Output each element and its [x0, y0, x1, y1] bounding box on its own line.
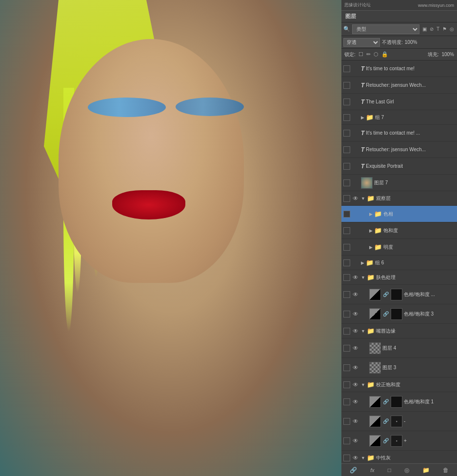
layer-checkbox[interactable] [343, 274, 350, 281]
eye-toggle[interactable]: 👁 [352, 274, 359, 281]
eye-toggle[interactable]: 👁 [352, 364, 359, 372]
layer-checkbox[interactable] [343, 163, 350, 170]
layer-checkbox[interactable] [343, 82, 350, 89]
layer-checkbox[interactable] [343, 381, 350, 388]
eye-toggle[interactable] [352, 243, 359, 251]
group-arrow-icon[interactable]: ▶ [361, 260, 364, 265]
layer-row[interactable]: 👁 图层 3 [341, 358, 457, 377]
layer-row[interactable]: T It's time to contact me! ... [341, 125, 457, 141]
filter-adjustment-icon[interactable]: ⊘ [429, 25, 435, 33]
layer-checkbox[interactable] [343, 195, 350, 202]
layer-row[interactable]: T Retoucher: jsensun Wech... [341, 141, 457, 158]
layer-row[interactable]: 👁 ▼ 📁 肤色处理 [341, 270, 457, 285]
layer-row[interactable]: 👁 ▼ 📁 嘴唇边缘 [341, 324, 457, 338]
layer-row[interactable]: 👁 ▼ 📁 校正饱和度 [341, 377, 457, 392]
layer-row[interactable]: 👁 🔗 色相/饱和度 ... [341, 285, 457, 304]
eye-toggle[interactable] [352, 81, 359, 89]
layer-row[interactable]: 👁 图层 4 [341, 338, 457, 358]
link-layers-button[interactable]: 🔗 [348, 466, 359, 475]
eye-toggle[interactable] [352, 146, 359, 154]
eye-toggle[interactable] [352, 98, 359, 106]
layer-row[interactable]: 👁 🔗 色相/饱和度 1 [341, 392, 457, 412]
layer-checkbox[interactable] [343, 437, 350, 444]
layer-checkbox[interactable] [343, 398, 350, 405]
layer-checkbox[interactable] [343, 364, 350, 371]
group-arrow-icon[interactable]: ▼ [361, 196, 365, 201]
layer-name: 观察层 [376, 195, 455, 202]
eye-toggle[interactable] [352, 114, 359, 121]
eye-toggle[interactable]: 👁 [352, 398, 359, 406]
layer-row[interactable]: T Exquisite Portrait [341, 158, 457, 175]
eye-toggle[interactable]: 👁 [352, 344, 359, 352]
layer-row[interactable]: 👁 🔗 ▪ + [341, 431, 457, 451]
eye-toggle[interactable]: 👁 [352, 310, 359, 318]
layer-row[interactable]: 👁 🔗 ▪ - [341, 412, 457, 431]
layer-checkbox[interactable] [343, 455, 350, 461]
group-arrow-icon[interactable]: ▶ [369, 212, 373, 217]
layer-checkbox[interactable] [343, 146, 350, 153]
layer-row[interactable]: ▶ 📁 饱和度 [341, 222, 457, 239]
layer-row[interactable]: ▶ 📁 组 7 [341, 110, 457, 125]
layer-checkbox[interactable] [343, 291, 350, 298]
layer-row[interactable]: T It's time to contact me! [341, 60, 457, 77]
filter-pixel-icon[interactable]: ▣ [421, 25, 428, 33]
layer-row[interactable]: 👁 ▼ 📁 观察层 [341, 191, 457, 206]
add-adjustment-button[interactable]: ◎ [402, 466, 411, 475]
eye-toggle[interactable] [352, 227, 359, 235]
layer-checkbox[interactable] [343, 65, 350, 72]
layer-checkbox[interactable] [343, 311, 350, 317]
layer-checkbox[interactable] [343, 99, 350, 105]
eye-toggle[interactable] [352, 179, 359, 187]
layer-checkbox[interactable] [343, 227, 350, 234]
layer-checkbox[interactable] [343, 328, 350, 335]
eye-toggle[interactable]: 👁 [352, 195, 359, 202]
group-arrow-icon[interactable]: ▼ [361, 456, 365, 460]
layer-checkbox[interactable] [343, 114, 350, 121]
layer-checkbox[interactable] [343, 244, 350, 251]
group-arrow-icon[interactable]: ▼ [361, 329, 365, 334]
blend-mode-dropdown[interactable]: 穿透 正常 溶解 [343, 38, 380, 47]
layer-checkbox[interactable] [343, 259, 350, 266]
eye-toggle[interactable]: 👁 [352, 381, 359, 389]
delete-layer-button[interactable]: 🗑 [441, 466, 451, 475]
eye-toggle[interactable] [352, 129, 359, 137]
filter-shape-icon[interactable]: ⚑ [441, 25, 448, 33]
eye-toggle[interactable] [352, 210, 359, 218]
eye-toggle[interactable]: 👁 [352, 327, 359, 335]
eye-toggle[interactable]: 👁 [352, 291, 359, 298]
layer-checkbox[interactable] [343, 130, 350, 137]
layer-row[interactable]: T Retoucher: jsensun Wech... [341, 77, 457, 94]
eye-toggle[interactable] [352, 259, 359, 267]
eye-toggle[interactable]: 👁 [352, 417, 359, 425]
filter-smart-icon[interactable]: ◎ [449, 25, 455, 33]
layer-checkbox[interactable] [343, 179, 350, 186]
lock-all-icon[interactable]: 🔒 [381, 51, 388, 58]
layer-row[interactable]: 图层 7 [341, 175, 457, 191]
layer-checkbox[interactable] [343, 345, 350, 352]
lock-transparent-icon[interactable]: ☐ [358, 51, 363, 58]
layer-checkbox[interactable] [343, 418, 350, 425]
eye-toggle[interactable] [352, 65, 359, 73]
layer-row[interactable]: 👁 🔗 色相/饱和度 3 [341, 304, 457, 324]
group-arrow-icon[interactable]: ▶ [369, 245, 373, 250]
group-arrow-icon[interactable]: ▶ [369, 228, 373, 233]
eye-toggle[interactable] [352, 162, 359, 170]
eye-toggle[interactable]: 👁 [352, 437, 359, 445]
layer-row[interactable]: ▶ 📁 组 6 [341, 256, 457, 270]
lock-draw-icon[interactable]: ✏ [366, 51, 371, 58]
layer-row[interactable]: 👁 ▼ 📁 中性灰 [341, 451, 457, 463]
layer-row[interactable]: ▶ 📁 明度 [341, 239, 457, 256]
eye-toggle[interactable]: 👁 [352, 454, 359, 462]
layer-row[interactable]: ▶ 📁 色相 [341, 206, 457, 222]
filter-type-dropdown[interactable]: 类型 [352, 24, 419, 34]
filter-text-icon[interactable]: T [436, 25, 440, 33]
layer-checkbox[interactable] [343, 211, 350, 218]
layer-effects-button[interactable]: fx [368, 466, 377, 474]
add-mask-button[interactable]: □ [386, 466, 393, 475]
group-arrow-icon[interactable]: ▼ [361, 382, 365, 387]
lock-position-icon[interactable]: ⬡ [374, 51, 378, 58]
group-arrow-icon[interactable]: ▼ [361, 275, 365, 280]
new-group-button[interactable]: 📁 [420, 466, 432, 475]
layer-row[interactable]: T The Last Girl [341, 94, 457, 110]
group-arrow-icon[interactable]: ▶ [361, 115, 364, 120]
